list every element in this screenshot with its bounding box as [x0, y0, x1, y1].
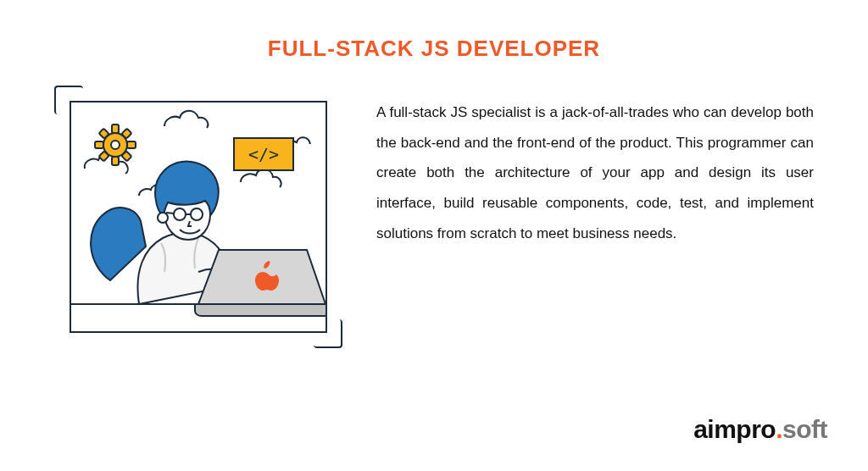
- svg-point-1: [111, 141, 120, 149]
- brand-first: aimpro: [693, 415, 776, 443]
- illustration-frame: </>: [54, 86, 342, 348]
- svg-line-15: [166, 213, 174, 213]
- svg-rect-2: [112, 125, 119, 133]
- content-row: </>: [0, 62, 868, 348]
- svg-rect-4: [127, 141, 136, 148]
- illustration-panel: </>: [70, 101, 327, 333]
- code-tag-text: </>: [248, 144, 279, 164]
- page-title: FULL-STACK JS DEVELOPER: [0, 36, 868, 62]
- head-icon: [155, 161, 219, 240]
- laptop-icon: [195, 250, 326, 316]
- description-text: A full-stack JS specialist is a jack-of-…: [376, 86, 814, 248]
- svg-rect-5: [95, 141, 103, 148]
- gear-icon: [95, 125, 136, 165]
- brand-dot: .: [776, 415, 782, 443]
- chair-icon: [91, 208, 146, 280]
- svg-point-11: [158, 213, 168, 223]
- brand-second: soft: [782, 415, 827, 443]
- svg-rect-3: [112, 157, 119, 165]
- code-tag-icon: </>: [234, 138, 293, 170]
- developer-illustration: </>: [71, 103, 326, 331]
- brand-logo: aimpro.soft: [693, 415, 827, 444]
